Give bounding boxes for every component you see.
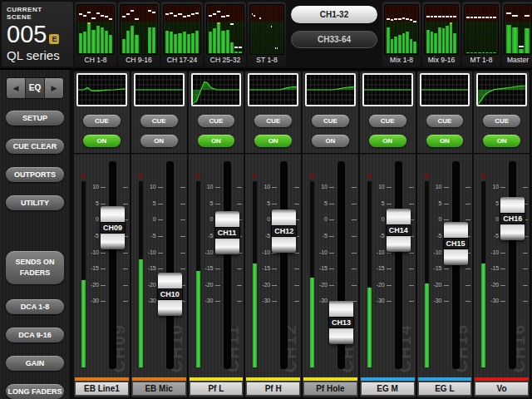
meter-block-mix-9-16[interactable]: Mix 9-16 (422, 2, 461, 66)
eq-graph-button[interactable] (134, 73, 185, 106)
peak-hold-mark (485, 17, 489, 18)
channel-strip-ch14: CUEONCH141050-5-10-15-20-30CH14EG M (360, 71, 416, 397)
channel-name[interactable]: Pf L (190, 382, 244, 396)
bank-button-ch33-64[interactable]: CH33-64 (291, 31, 377, 48)
meter-block-ch-9-16[interactable]: CH 9-16 (118, 2, 160, 66)
fader-scale-label: -20 (360, 282, 385, 288)
meter-block-ch-1-8[interactable]: CH 1-8 (75, 2, 116, 66)
fader-knob[interactable]: CH11 (215, 211, 239, 254)
sidebar-button-dca-9-16[interactable]: DCA 9-16 (6, 328, 64, 342)
sidebar-button-sends-on-faders[interactable]: SENDS ON FADERS (6, 251, 64, 284)
meter-bar (191, 6, 195, 53)
sidebar-button-gain[interactable]: GAIN (6, 356, 64, 371)
sidebar-button-setup[interactable]: SETUP (6, 111, 64, 126)
peak-hold-mark (387, 18, 390, 20)
on-button[interactable]: ON (254, 135, 292, 147)
meter-block-mix-1-8[interactable]: Mix 1-8 (382, 2, 421, 66)
peak-hold-mark (398, 18, 401, 20)
sidebar-button-dca-1-8[interactable]: DCA 1-8 (6, 299, 64, 314)
nav-next-button[interactable]: ▶ (45, 78, 63, 98)
cue-button[interactable]: CUE (426, 115, 464, 127)
nav-prev-button[interactable]: ◀ (7, 78, 25, 98)
scale-tick-right (294, 268, 299, 269)
channel-name[interactable]: EG L (418, 382, 472, 396)
scale-tick-right (294, 204, 299, 204)
peak-hold-mark (131, 10, 134, 12)
channel-strip-ch09: CUEONCH091050-5-10-15-20-30CH09EB Line1 (74, 71, 130, 397)
on-button[interactable]: ON (198, 135, 235, 147)
channel-name[interactable]: Pf Hole (303, 382, 357, 396)
cue-button[interactable]: CUE (254, 115, 292, 127)
strip-divider (417, 153, 473, 155)
strip-divider (474, 153, 530, 155)
meter-block-mt-1-8[interactable]: MT 1-8 (462, 2, 500, 66)
meter-bar-fill (174, 34, 177, 53)
eq-graph-button[interactable] (305, 73, 356, 106)
scale-tick-left (158, 253, 163, 254)
eq-graph-button[interactable] (76, 73, 127, 106)
meter-bar-fill (402, 33, 406, 53)
on-button[interactable]: ON (426, 135, 464, 147)
meter-bar (254, 6, 254, 53)
meter-bar-fill (191, 33, 195, 53)
channel-color-stripe (132, 377, 186, 381)
channel-name[interactable]: EG M (361, 382, 415, 396)
cue-button[interactable]: CUE (483, 115, 520, 127)
on-button[interactable]: ON (369, 135, 406, 147)
meter-block-master[interactable]: Master (502, 2, 532, 66)
fader-knob[interactable]: CH10 (158, 273, 182, 316)
fader-scale-label: 10 (303, 184, 328, 190)
on-button[interactable]: ON (140, 135, 178, 147)
fader-slot (452, 161, 460, 369)
channel-name[interactable]: Vo (475, 382, 529, 396)
channel-name[interactable]: Pf H (246, 382, 300, 396)
level-meter (481, 181, 485, 367)
cue-button[interactable]: CUE (198, 115, 235, 127)
channel-name[interactable]: EB Mic (132, 382, 186, 396)
cue-button[interactable]: CUE (369, 115, 406, 127)
meter-bar-fill (482, 52, 485, 53)
fader-knob[interactable]: CH16 (500, 197, 525, 240)
peak-hold-mark (259, 17, 260, 19)
eq-graph-button[interactable] (420, 73, 470, 106)
scene-panel[interactable]: CURRENT SCENE 005 E QL series (2, 2, 73, 66)
level-meter (253, 181, 257, 367)
sidebar-button-cue-clear[interactable]: CUE CLEAR (6, 139, 64, 154)
on-button[interactable]: ON (83, 135, 121, 147)
fader-knob[interactable]: CH14 (387, 209, 411, 252)
fader-knob[interactable]: CH13 (329, 301, 353, 344)
cue-button[interactable]: CUE (83, 115, 121, 127)
peak-hold-mark (191, 13, 195, 15)
meter-bar (431, 6, 434, 53)
eq-graph-button[interactable] (476, 73, 527, 106)
fader-scale-label: 10 (360, 184, 385, 190)
meter-block-ch-17-24[interactable]: CH 17-24 (161, 2, 203, 66)
sidebar-button-long-faders[interactable]: LONG FADERS (6, 384, 64, 399)
meter-block-ch-25-32[interactable]: CH 25-32 (204, 2, 246, 66)
peak-hold-mark (474, 17, 477, 18)
eq-graph-button[interactable] (362, 73, 413, 106)
sidebar-button-outports[interactable]: OUTPORTS (6, 167, 64, 182)
on-button[interactable]: ON (483, 135, 520, 147)
channel-name[interactable]: EB Line1 (75, 382, 129, 396)
fader-knob[interactable]: CH15 (444, 222, 468, 265)
cue-button[interactable]: CUE (140, 115, 178, 127)
channel-color-stripe (190, 377, 244, 381)
meter-bar (446, 6, 449, 53)
meter-bar-fill (91, 30, 95, 54)
scale-tick-left (272, 187, 277, 188)
meter-bar (466, 6, 470, 53)
meter-block-st-1-8[interactable]: ST 1-8 (248, 2, 286, 66)
on-button[interactable]: ON (312, 135, 349, 147)
eq-graph-button[interactable] (191, 73, 242, 106)
eq-graph-button[interactable] (248, 73, 298, 106)
peak-hold-mark (391, 19, 394, 21)
sidebar-button-utility[interactable]: UTILITY (6, 195, 64, 210)
meter-bar (269, 6, 270, 53)
bank-button-ch1-32[interactable]: CH1-32 (291, 6, 377, 23)
cue-button[interactable]: CUE (312, 115, 349, 127)
fader-scale-label: 5 (189, 200, 214, 207)
fader-knob[interactable]: CH09 (101, 206, 125, 249)
fader-knob[interactable]: CH12 (272, 209, 296, 253)
fader-scale-label: -15 (360, 265, 385, 272)
